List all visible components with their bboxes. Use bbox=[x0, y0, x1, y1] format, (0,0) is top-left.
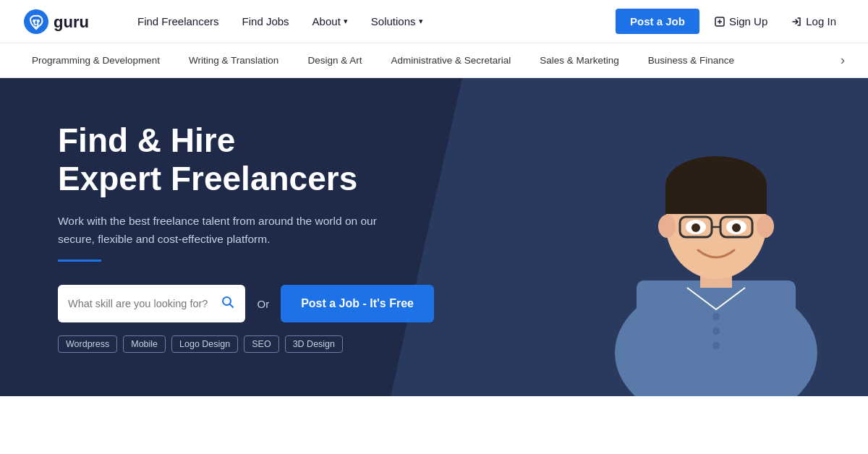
guru-logo-icon: g bbox=[23, 9, 49, 35]
or-text: Or bbox=[257, 298, 269, 310]
category-next-arrow[interactable]: › bbox=[835, 53, 851, 68]
log-in-button[interactable]: Log In bbox=[782, 9, 845, 33]
navbar: g guru Find Freelancers Find Jobs About … bbox=[0, 0, 868, 43]
svg-point-13 bbox=[658, 215, 676, 238]
tag-logo-design[interactable]: Logo Design bbox=[171, 335, 238, 353]
tag-wordpress[interactable]: Wordpress bbox=[58, 335, 117, 353]
hero-subtitle: Work with the best freelance talent from… bbox=[58, 213, 405, 249]
post-job-hero-button[interactable]: Post a Job - It's Free bbox=[281, 285, 434, 322]
svg-point-22 bbox=[712, 313, 720, 320]
category-business[interactable]: Business & Finance bbox=[634, 43, 749, 78]
sign-up-icon bbox=[714, 16, 726, 27]
svg-rect-8 bbox=[637, 280, 796, 396]
hero-person-image bbox=[564, 78, 868, 396]
nav-links: Find Freelancers Find Jobs About ▾ Solut… bbox=[127, 9, 616, 33]
category-sales[interactable]: Sales & Marketing bbox=[525, 43, 634, 78]
hero-divider bbox=[58, 260, 101, 262]
svg-point-2 bbox=[33, 20, 35, 22]
svg-point-20 bbox=[692, 223, 700, 232]
nav-actions: Post a Job Sign Up Log In bbox=[616, 9, 845, 34]
sign-up-button[interactable]: Sign Up bbox=[705, 9, 776, 33]
tag-mobile[interactable]: Mobile bbox=[123, 335, 166, 353]
nav-solutions[interactable]: Solutions ▾ bbox=[361, 9, 433, 33]
person-svg bbox=[579, 78, 854, 396]
category-bar: Programming & Development Writing & Tran… bbox=[0, 43, 868, 78]
nav-find-jobs[interactable]: Find Jobs bbox=[232, 9, 299, 33]
tag-3d-design[interactable]: 3D Design bbox=[285, 335, 343, 353]
search-icon[interactable] bbox=[221, 295, 235, 313]
svg-point-14 bbox=[757, 215, 774, 238]
tag-seo[interactable]: SEO bbox=[244, 335, 278, 353]
log-in-icon bbox=[791, 16, 802, 27]
nav-about[interactable]: About ▾ bbox=[302, 9, 358, 33]
category-programming[interactable]: Programming & Development bbox=[17, 43, 174, 78]
nav-find-freelancers[interactable]: Find Freelancers bbox=[127, 9, 229, 33]
search-box bbox=[58, 285, 245, 322]
svg-point-21 bbox=[732, 223, 741, 232]
search-input[interactable] bbox=[68, 298, 221, 309]
svg-point-23 bbox=[712, 327, 720, 335]
svg-text:guru: guru bbox=[54, 13, 89, 31]
svg-point-24 bbox=[712, 342, 720, 349]
guru-wordmark: guru bbox=[54, 12, 104, 32]
hero-content: Find & Hire Expert Freelancers Work with… bbox=[0, 78, 492, 396]
logo[interactable]: g guru bbox=[23, 9, 104, 35]
solutions-chevron-icon: ▾ bbox=[419, 17, 423, 26]
bottom-section bbox=[0, 396, 868, 445]
category-admin[interactable]: Administrative & Secretarial bbox=[376, 43, 525, 78]
tags-row: Wordpress Mobile Logo Design SEO 3D Desi… bbox=[58, 335, 434, 353]
hero-title: Find & Hire Expert Freelancers bbox=[58, 121, 434, 198]
about-chevron-icon: ▾ bbox=[344, 17, 348, 26]
category-writing[interactable]: Writing & Translation bbox=[174, 43, 293, 78]
category-design[interactable]: Design & Art bbox=[293, 43, 376, 78]
hero-section: Find & Hire Expert Freelancers Work with… bbox=[0, 78, 868, 396]
svg-rect-12 bbox=[665, 185, 767, 214]
search-row: Or Post a Job - It's Free bbox=[58, 285, 434, 322]
post-job-button[interactable]: Post a Job bbox=[616, 9, 699, 34]
svg-point-3 bbox=[37, 20, 40, 22]
